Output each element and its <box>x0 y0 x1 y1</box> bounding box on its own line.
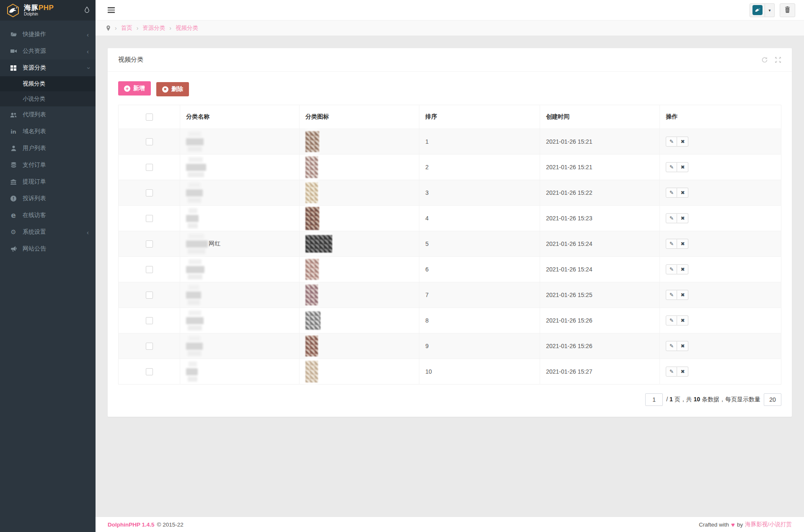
clear-cache-button[interactable] <box>780 3 795 17</box>
sidebar-item-quick-actions[interactable]: 快捷操作 ‹ <box>0 26 96 43</box>
x-icon: ✖ <box>680 292 685 298</box>
video-categories-panel: 视频分类 + 新增 ✖ 删除 <box>108 48 792 417</box>
hamburger-menu-icon[interactable] <box>106 5 116 15</box>
edit-row-button[interactable]: ✎ <box>666 188 677 198</box>
sidebar-item-withdraw-orders[interactable]: 提现订单 <box>0 173 96 190</box>
row-checkbox[interactable] <box>146 292 153 299</box>
censored-category-name <box>186 266 204 273</box>
sidebar-item-agent-list[interactable]: 代理列表 <box>0 106 96 123</box>
sidebar-item-online-visitors[interactable]: e 在线访客 <box>0 207 96 224</box>
breadcrumb-resource-categories-link[interactable]: 资源分类 <box>142 24 165 32</box>
x-icon: ✖ <box>680 369 685 374</box>
sidebar-subitem-novel-categories[interactable]: 小说分类 <box>0 91 96 106</box>
breadcrumb-home-link[interactable]: 首页 <box>121 24 132 32</box>
pencil-icon: ✎ <box>670 215 674 221</box>
edit-row-button[interactable]: ✎ <box>666 315 677 325</box>
created-time: 2021-01-26 15:24 <box>540 257 660 282</box>
table-row: 3 2021-01-26 15:22 ✎ ✖ <box>119 180 781 206</box>
x-icon: ✖ <box>680 139 685 145</box>
censored-category-name <box>186 189 203 196</box>
table-row: 7 2021-01-26 15:25 ✎ ✖ <box>119 282 781 308</box>
delete-row-button[interactable]: ✖ <box>677 213 688 223</box>
row-checkbox[interactable] <box>146 138 153 145</box>
select-all-checkbox[interactable] <box>146 114 153 121</box>
table-row: 10 2021-01-26 15:27 ✎ ✖ <box>119 359 781 385</box>
user-menu-caret-button[interactable]: ▾ <box>765 3 775 17</box>
created-time: 2021-01-26 15:24 <box>540 231 660 257</box>
sidebar-item-public-resources[interactable]: 公共资源 ‹ <box>0 43 96 59</box>
delete-row-button[interactable]: ✖ <box>677 188 688 198</box>
breadcrumb-video-categories-link[interactable]: 视频分类 <box>176 24 198 32</box>
edit-row-button[interactable]: ✎ <box>666 367 677 377</box>
column-header-actions: 操作 <box>660 105 781 129</box>
row-checkbox[interactable] <box>146 343 153 350</box>
row-checkbox[interactable] <box>146 189 153 196</box>
pencil-icon: ✎ <box>670 318 674 323</box>
category-icon-image <box>305 361 318 382</box>
footer-brand: DolphinPHP 1.4.5 <box>108 522 155 528</box>
categories-table: 分类名称 分类图标 排序 创建时间 操作 <box>118 105 781 385</box>
refresh-icon[interactable] <box>761 57 768 63</box>
delete-row-button[interactable]: ✖ <box>677 162 688 172</box>
column-header-created: 创建时间 <box>540 105 660 129</box>
row-checkbox[interactable] <box>146 368 153 375</box>
category-icon-image <box>305 235 332 253</box>
delete-button[interactable]: ✖ 删除 <box>156 82 189 96</box>
delete-row-button[interactable]: ✖ <box>677 264 688 274</box>
sidebar-item-complaint-list[interactable]: ! 投诉列表 <box>0 190 96 207</box>
brand-subtitle: Dolphin <box>24 12 80 16</box>
droplet-icon <box>84 6 90 15</box>
edit-row-button[interactable]: ✎ <box>666 213 677 223</box>
pencil-icon: ✎ <box>670 266 674 272</box>
sort-value: 2 <box>419 155 540 180</box>
sort-value: 9 <box>419 333 540 359</box>
sidebar-item-domain-list[interactable]: in 域名列表 <box>0 123 96 140</box>
sidebar-item-resource-categories[interactable]: 资源分类 ‹ <box>0 59 96 76</box>
sort-value: 4 <box>419 206 540 231</box>
gear-icon: ⚙ <box>9 228 18 236</box>
sidebar-item-payment-orders[interactable]: 支付订单 <box>0 157 96 173</box>
censored-category-name <box>186 368 198 375</box>
sidebar-menu: 快捷操作 ‹ 公共资源 ‹ 资源分类 ‹ 视频分类 小说分类 <box>0 21 96 257</box>
created-time: 2021-01-26 15:26 <box>540 333 660 359</box>
database-icon <box>9 162 18 168</box>
row-checkbox[interactable] <box>146 215 153 222</box>
sidebar-item-system-settings[interactable]: ⚙ 系统设置 ‹ <box>0 224 96 240</box>
delete-row-button[interactable]: ✖ <box>677 315 688 325</box>
delete-row-button[interactable]: ✖ <box>677 341 688 351</box>
created-time: 2021-01-26 15:21 <box>540 129 660 155</box>
chevron-left-icon: ‹ <box>87 229 89 235</box>
row-checkbox[interactable] <box>146 164 153 171</box>
users-icon <box>9 112 18 118</box>
sidebar-subitem-video-categories[interactable]: 视频分类 <box>0 76 96 91</box>
row-checkbox[interactable] <box>146 317 153 324</box>
delete-row-button[interactable]: ✖ <box>677 137 688 147</box>
user-avatar-button[interactable] <box>750 3 765 17</box>
edit-row-button[interactable]: ✎ <box>666 264 677 274</box>
page-number-input[interactable] <box>645 393 663 406</box>
pagination: / 1 页，共 10 条数据，每页显示数量 <box>118 393 781 406</box>
logo[interactable]: 海豚PHP Dolphin <box>0 0 96 21</box>
delete-row-button[interactable]: ✖ <box>677 367 688 377</box>
pencil-icon: ✎ <box>670 139 674 145</box>
row-checkbox[interactable] <box>146 266 153 273</box>
add-button[interactable]: + 新增 <box>118 81 151 96</box>
edit-row-button[interactable]: ✎ <box>666 239 677 249</box>
heart-icon: ♥ <box>731 521 735 528</box>
censored-category-name <box>186 343 203 350</box>
sidebar-item-user-list[interactable]: 用户列表 <box>0 140 96 157</box>
edit-row-button[interactable]: ✎ <box>666 162 677 172</box>
footer-site-link[interactable]: 海豚影视/小说打赏 <box>745 521 792 528</box>
delete-row-button[interactable]: ✖ <box>677 290 688 300</box>
edit-row-button[interactable]: ✎ <box>666 137 677 147</box>
edit-row-button[interactable]: ✎ <box>666 341 677 351</box>
delete-row-button[interactable]: ✖ <box>677 239 688 249</box>
edit-row-button[interactable]: ✎ <box>666 290 677 300</box>
sidebar-item-site-announcement[interactable]: 网站公告 <box>0 240 96 257</box>
expand-icon[interactable] <box>775 57 781 63</box>
breadcrumb: › 首页 › 资源分类 › 视频分类 <box>96 21 804 36</box>
chevron-down-icon: ‹ <box>85 67 91 69</box>
table-row: 9 2021-01-26 15:26 ✎ ✖ <box>119 333 781 359</box>
row-checkbox[interactable] <box>146 240 153 248</box>
page-size-input[interactable] <box>764 393 781 406</box>
